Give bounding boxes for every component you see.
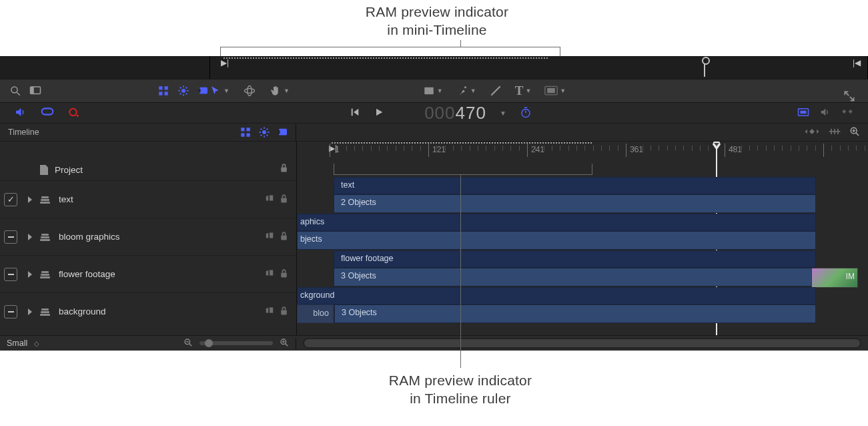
clip-flower[interactable]: flower footage [334, 250, 816, 268]
go-to-start-button[interactable] [350, 107, 360, 120]
text-tool[interactable]: T ▼ [515, 83, 532, 98]
rectangle-tool[interactable]: ▼ [423, 85, 443, 97]
document-icon [40, 165, 48, 175]
layer-row-text[interactable]: ✓ text [0, 181, 296, 218]
visible-area-icon[interactable] [797, 107, 809, 120]
play-button[interactable] [374, 107, 384, 120]
pan-tool[interactable]: ▼ [270, 85, 290, 97]
clip-sublabel: 3 Objects [341, 271, 376, 280]
mini-out-point-icon[interactable]: |◀ [853, 58, 861, 67]
clip-text[interactable]: text [334, 177, 816, 194]
media-browser-icon[interactable] [29, 85, 41, 97]
audio-toggle-icon[interactable] [13, 106, 27, 120]
clip-flower-sub[interactable]: 3 Objects [334, 268, 816, 286]
project-row[interactable]: Project [0, 142, 296, 181]
visibility-toggle[interactable] [4, 230, 17, 244]
timecode-display[interactable]: 000470 [424, 103, 486, 124]
row-size-label[interactable]: Small [7, 339, 27, 348]
snapping-icon[interactable] [828, 127, 841, 138]
disclosure-icon[interactable] [28, 308, 32, 315]
show-behaviors-icon[interactable] [258, 126, 270, 138]
svg-rect-34 [837, 128, 839, 134]
disclosure-icon[interactable] [28, 271, 32, 278]
svg-rect-24 [241, 128, 244, 131]
timeline-ruler[interactable]: ▶| 1 121 241 361 481 [297, 142, 868, 160]
svg-rect-20 [352, 108, 353, 116]
expand-canvas-icon[interactable] [843, 89, 856, 105]
svg-rect-3 [31, 87, 34, 94]
svg-point-0 [11, 87, 17, 93]
isolate-icon[interactable] [265, 231, 274, 243]
zoom-slider[interactable] [199, 341, 273, 345]
svg-rect-4 [159, 86, 162, 89]
layer-row-flower[interactable]: flower footage [0, 256, 296, 293]
mini-timeline-playhead[interactable] [704, 58, 705, 77]
clip-background[interactable]: ckground [297, 287, 816, 304]
zoom-fit-icon[interactable] [849, 126, 860, 139]
audio-out-icon[interactable] [819, 107, 831, 120]
horizontal-scrollbar[interactable] [303, 338, 861, 349]
paint-stroke-tool[interactable]: ▼ [456, 84, 476, 97]
mini-in-point-icon[interactable]: ▶| [221, 58, 229, 67]
clip-side-label: bloo [313, 308, 329, 318]
zoom-in-icon[interactable] [280, 338, 289, 349]
layer-row-bloom[interactable]: bloom graphics [0, 218, 296, 256]
clip-thumbnail[interactable]: IM [811, 268, 858, 288]
filters-icon[interactable] [157, 85, 169, 97]
search-icon[interactable] [9, 85, 21, 97]
lock-icon[interactable] [280, 163, 288, 175]
isolate-icon[interactable] [265, 306, 274, 318]
svg-rect-40 [270, 195, 273, 200]
isolate-icon[interactable] [265, 194, 274, 206]
clip-bloom[interactable]: aphics [297, 214, 816, 231]
clip-text-sub[interactable]: 2 Objects [334, 194, 816, 213]
isolate-icon[interactable] [265, 268, 274, 280]
mask-tool[interactable]: ▼ [544, 85, 566, 96]
3d-transform-tool[interactable] [243, 84, 256, 97]
disclosure-icon[interactable] [28, 196, 32, 203]
lock-icon[interactable] [280, 194, 288, 206]
clip-sublabel: bjects [300, 234, 322, 244]
annotation-top: RAM preview indicator in mini-Timeline [310, 3, 564, 39]
stopwatch-icon[interactable] [520, 106, 532, 120]
clip-label: ckground [300, 290, 334, 300]
behaviors-settings-icon[interactable] [177, 85, 189, 97]
lock-icon[interactable] [280, 231, 288, 243]
clip-side[interactable]: bloo [297, 304, 334, 323]
select-tool[interactable]: ▼ [209, 85, 230, 97]
clip-label: flower footage [341, 254, 394, 263]
panel-title: Timeline [8, 128, 240, 137]
zoom-out-icon[interactable] [183, 338, 193, 349]
svg-rect-44 [270, 270, 273, 275]
loop-toggle-icon[interactable] [40, 106, 55, 120]
layer-row-background[interactable]: background [0, 293, 296, 330]
show-filters-icon[interactable] [240, 126, 252, 138]
size-menu-icon[interactable]: ◇ [34, 340, 39, 347]
timecode-menu-icon[interactable]: ▼ [500, 110, 506, 117]
keyframe-nav-icon[interactable] [804, 127, 820, 138]
show-masks-icon[interactable] [277, 126, 289, 138]
masks-panel-icon[interactable] [197, 85, 209, 97]
toolbar: ▼ ▼ ▼ ▼ T ▼ [0, 79, 868, 103]
svg-rect-27 [247, 134, 250, 137]
svg-point-14 [464, 86, 466, 88]
svg-point-28 [262, 130, 266, 134]
disclosure-icon[interactable] [28, 234, 32, 240]
layer-name: bloom graphics [59, 232, 265, 242]
visibility-toggle[interactable] [4, 268, 17, 281]
clip-sublabel: 2 Objects [341, 198, 376, 207]
svg-line-15 [492, 87, 500, 95]
lock-icon[interactable] [280, 306, 288, 318]
mini-timeline[interactable]: ▶| |◀ [0, 56, 868, 79]
lock-icon[interactable] [280, 268, 288, 280]
visibility-toggle[interactable] [4, 305, 17, 318]
svg-line-1 [17, 92, 20, 95]
visibility-toggle[interactable]: ✓ [4, 193, 17, 206]
record-icon[interactable] [68, 106, 80, 120]
svg-rect-6 [159, 92, 162, 95]
zoom-slider-knob[interactable] [205, 339, 213, 347]
clip-bloom-sub[interactable]: bjects [297, 231, 816, 250]
line-tool[interactable] [490, 85, 502, 97]
clip-background-sub[interactable]: 3 Objects [334, 304, 816, 323]
keyframe-editor-icon[interactable] [840, 107, 855, 120]
